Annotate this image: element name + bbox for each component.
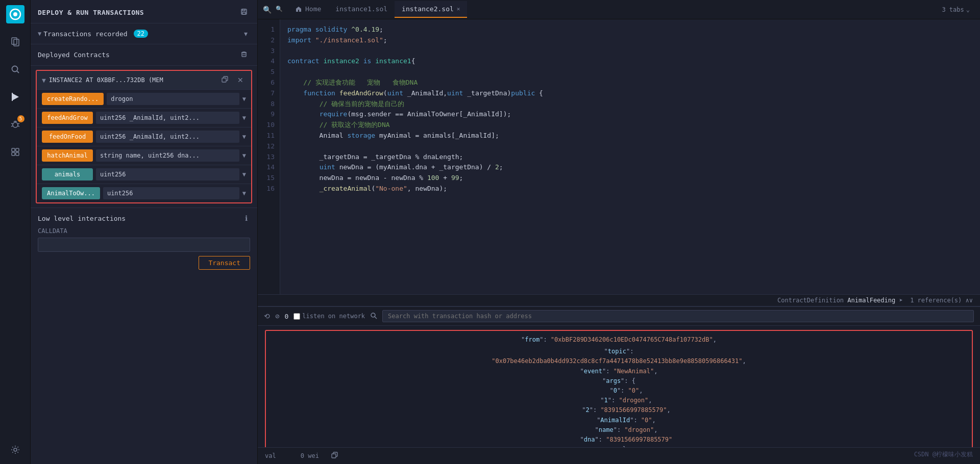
- svg-line-13: [11, 126, 13, 126]
- deploy-run-icon[interactable]: [6, 88, 24, 106]
- panel-title: DEPLOY & RUN TRANSACTIONS: [38, 9, 144, 16]
- transact-btn[interactable]: Transact: [199, 256, 250, 270]
- animals-btn[interactable]: animals: [42, 168, 93, 181]
- function-hatchAnimal: hatchAnimal ▼: [37, 146, 251, 165]
- app-logo: [6, 5, 24, 23]
- svg-line-28: [375, 317, 377, 319]
- transactions-chevron-btn[interactable]: ▾: [241, 29, 250, 39]
- tab-instance1-label: instance1.sol: [335, 5, 387, 13]
- wei-copy-btn[interactable]: [329, 451, 340, 461]
- svg-rect-23: [242, 53, 246, 57]
- tab-home[interactable]: Home: [288, 1, 328, 18]
- listen-network-checkbox[interactable]: listen on network: [293, 313, 365, 320]
- wei-amount: 0 wei: [301, 452, 319, 459]
- side-panel-header: DEPLOY & RUN TRANSACTIONS: [31, 0, 257, 23]
- svg-rect-33: [332, 454, 336, 458]
- files-icon[interactable]: [6, 33, 24, 51]
- settings-icon[interactable]: [6, 441, 24, 459]
- instance-name[interactable]: INSTANCE2 AT 0XBBF...732DB (MEM: [49, 76, 163, 84]
- ref-chevron-down[interactable]: ∨: [969, 297, 973, 304]
- terminal-stop-icon[interactable]: ⊘: [275, 312, 279, 320]
- function-feedAndGrow: feedAndGrow ▼: [37, 108, 251, 127]
- createRando-btn[interactable]: createRando...: [42, 93, 104, 105]
- hatchAnimal-input[interactable]: [96, 149, 239, 162]
- calldata-label: CALLDATA: [38, 227, 250, 235]
- animals-chevron[interactable]: ▼: [242, 171, 246, 178]
- tab-chevron-icon[interactable]: ⌄: [966, 6, 970, 13]
- createRando-input[interactable]: [107, 93, 239, 105]
- watermark: CSDN @柠檬味小发糕: [914, 450, 973, 459]
- code-info-bar: ContractDefinition AnimalFeeding ➤ 1 ref…: [258, 294, 980, 306]
- feedAndGrow-btn[interactable]: feedAndGrow: [42, 112, 93, 124]
- low-level-section: Low level interactions ℹ CALLDATA Transa…: [31, 208, 257, 275]
- terminal-search-input[interactable]: [382, 310, 974, 322]
- plugins-icon[interactable]: [6, 143, 24, 161]
- svg-point-27: [371, 313, 375, 317]
- feedAndGrow-input[interactable]: [96, 112, 239, 124]
- debug-badge: 5: [17, 115, 24, 122]
- svg-rect-22: [242, 9, 245, 11]
- tab-instance1[interactable]: instance1.sol: [328, 1, 395, 18]
- icon-bar: 5: [0, 0, 31, 464]
- terminal-refresh-icon[interactable]: ⟲: [264, 312, 270, 320]
- zoom-out-icon[interactable]: 🔍: [263, 6, 272, 14]
- instance-chevron[interactable]: ▼: [42, 76, 46, 84]
- svg-rect-16: [16, 148, 19, 151]
- code-editor: 12345 678910 111213141516 pragma solidit…: [258, 19, 980, 294]
- deployed-contracts-row: Deployed Contracts: [31, 44, 257, 66]
- feedAndGrow-chevron[interactable]: ▼: [242, 114, 246, 121]
- instance-copy-btn[interactable]: [219, 75, 231, 85]
- animals-input[interactable]: [96, 168, 239, 181]
- createRando-chevron[interactable]: ▼: [242, 95, 246, 102]
- function-animalToOwner: AnimalToOw... ▼: [37, 184, 251, 202]
- svg-rect-17: [12, 152, 15, 156]
- save-transactions-btn[interactable]: [238, 7, 250, 18]
- terminal-toolbar: ⟲ ⊘ 0 listen on network: [258, 307, 980, 326]
- feedOnFood-input[interactable]: [96, 131, 239, 143]
- instance-header: ▼ INSTANCE2 AT 0XBBF...732DB (MEM ✕: [37, 71, 251, 89]
- svg-rect-26: [222, 78, 226, 82]
- transaction-json-box: "from": "0xbBF289D346206c10EDc0474765C74…: [265, 330, 973, 447]
- terminal-output: "from": "0xbBF289D346206c10EDc0474765C74…: [258, 326, 980, 447]
- svg-rect-15: [12, 148, 15, 151]
- hatchAnimal-chevron[interactable]: ▼: [242, 152, 246, 159]
- zoom-in-icon[interactable]: 🔍: [276, 6, 283, 14]
- transactions-count-badge: 22: [134, 30, 148, 38]
- tab-instance2-label: instance2.sol: [402, 5, 454, 13]
- contract-definition-text: ContractDefinition AnimalFeeding ➤: [777, 297, 903, 304]
- hatchAnimal-btn[interactable]: hatchAnimal: [42, 149, 93, 162]
- function-animals: animals ▼: [37, 165, 251, 184]
- close-tab-icon[interactable]: ✕: [457, 6, 460, 12]
- trash-icon[interactable]: [238, 49, 250, 60]
- tab-instance2[interactable]: instance2.sol ✕: [395, 1, 467, 18]
- tab-count: 3 tabs ⌄: [937, 6, 975, 13]
- instance-close-btn[interactable]: ✕: [235, 75, 246, 85]
- terminal-area: ⟲ ⊘ 0 listen on network "from": "0xbBF28…: [258, 306, 980, 464]
- debug-icon[interactable]: 5: [6, 115, 24, 134]
- svg-marker-7: [12, 93, 19, 100]
- feedOnFood-chevron[interactable]: ▼: [242, 133, 246, 140]
- svg-rect-21: [242, 12, 246, 14]
- function-createRando: createRando... ▼: [37, 89, 251, 108]
- search-icon[interactable]: [6, 60, 24, 79]
- svg-point-2: [13, 12, 17, 16]
- transactions-chevron[interactable]: ▼: [38, 30, 41, 37]
- instance-block: ▼ INSTANCE2 AT 0XBBF...732DB (MEM ✕ crea…: [36, 70, 252, 203]
- low-level-title: Low level interactions: [38, 215, 126, 222]
- svg-rect-8: [12, 93, 13, 101]
- function-feedOnFood: feedOnFood ▼: [37, 127, 251, 146]
- tab-bar: 🔍 🔍 Home instance1.sol instance2.sol ✕ 3…: [258, 0, 980, 19]
- transactions-label: Transactions recorded: [43, 30, 127, 38]
- transactions-row: ▼ Transactions recorded 22 ▾: [31, 23, 257, 44]
- ref-chevron-up[interactable]: ∧: [966, 297, 969, 304]
- terminal-search-icon: [370, 312, 377, 321]
- code-content[interactable]: pragma solidity ^0.4.19; import "./insta…: [280, 19, 980, 294]
- calldata-input[interactable]: [38, 238, 250, 252]
- low-level-info-btn[interactable]: ℹ: [242, 213, 250, 223]
- line-numbers: 12345 678910 111213141516: [258, 19, 280, 294]
- animalToOwner-btn[interactable]: AnimalToOw...: [42, 187, 100, 199]
- animalToOwner-chevron[interactable]: ▼: [242, 190, 246, 197]
- feedOnFood-btn[interactable]: feedOnFood: [42, 131, 93, 143]
- svg-point-19: [14, 448, 17, 451]
- animalToOwner-input[interactable]: [103, 187, 239, 199]
